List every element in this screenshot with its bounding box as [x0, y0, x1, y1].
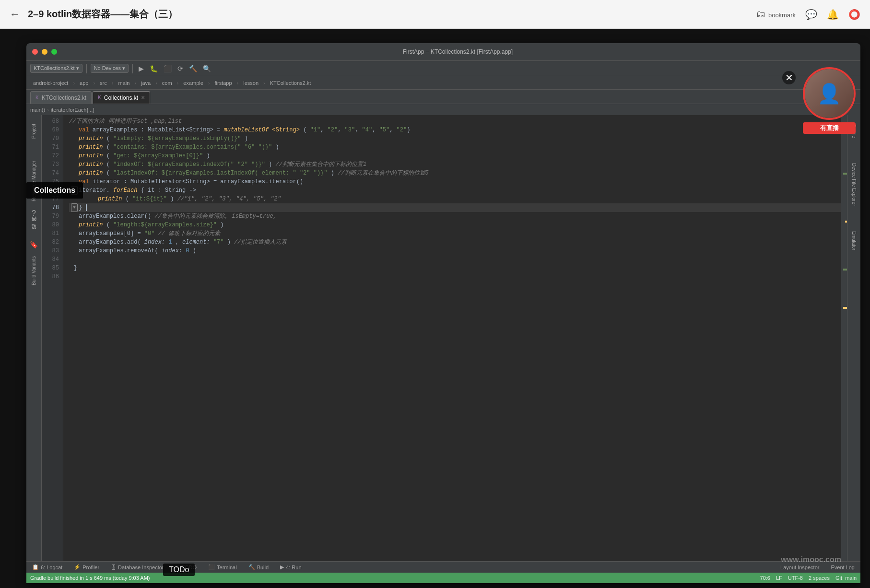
traffic-light-green[interactable] — [51, 49, 57, 55]
traffic-light-red[interactable] — [32, 49, 38, 55]
profiler-icon: ⚡ — [74, 564, 81, 570]
code-line-75: val iterator : MutableIterator<String> =… — [69, 177, 841, 186]
terminal-icon: ⬛ — [208, 564, 215, 570]
question-icon[interactable]: ? — [32, 209, 36, 218]
ide-window: FirstApp – KTCollections2.kt [FirstApp.a… — [26, 43, 860, 583]
line-num-82: 82 — [42, 238, 59, 247]
logcat-tab[interactable]: 📋 6: Logcat — [30, 563, 64, 571]
emulator-label[interactable]: Emulator — [851, 231, 857, 250]
nav-example[interactable]: example — [180, 79, 206, 87]
presenter-avatar: 👤 — [803, 67, 856, 120]
scroll-marker-4 — [843, 269, 847, 270]
ide-title: FirstApp – KTCollections2.kt [FirstApp.a… — [61, 48, 855, 55]
avatar-image: 👤 — [805, 69, 854, 118]
status-right: 70:6 LF UTF-8 2 spaces Git: main — [760, 575, 857, 581]
code-line-81: arrayExamples[0] = "0" // 修改下标对应的元素 — [69, 229, 841, 238]
run-icon2: ▶ — [280, 564, 284, 570]
nav-com[interactable]: com — [159, 79, 175, 87]
build-variants-label[interactable]: Build Variants — [31, 256, 36, 285]
code-line-72: println ( "get: ${arrayExamples[0]}" ) — [69, 152, 841, 160]
scroll-marker-2 — [843, 173, 847, 175]
wechat-icon[interactable]: 💬 — [805, 9, 817, 20]
breadcrumb-foreach[interactable]: iterator.forEach{...} — [51, 107, 94, 113]
line-num-72: 72 — [42, 152, 59, 160]
device-file-label[interactable]: Device File Explorer — [851, 163, 857, 206]
watermark: www.imooc.com — [781, 555, 841, 564]
nav-java[interactable]: java — [138, 79, 153, 87]
close-button[interactable]: ✕ — [782, 71, 796, 84]
line-num-73: 73 — [42, 160, 59, 169]
code-line-73: println ( "indexOf: ${arrayExamples.inde… — [69, 160, 841, 169]
terminal-tab[interactable]: ⬛ Terminal — [206, 563, 239, 571]
code-line-71: println ( "contains: ${arrayExamples.con… — [69, 143, 841, 152]
ide-bottom-tabs: 📋 6: Logcat ⚡ Profiler 🗄 Database Inspec… — [26, 561, 860, 573]
toolbar-separator-2 — [132, 64, 133, 73]
nav-lesson[interactable]: lesson — [240, 79, 261, 87]
nav-src[interactable]: src — [97, 79, 110, 87]
bookmark2-icon[interactable]: 🔖 — [30, 241, 38, 248]
right-gutter[interactable] — [841, 115, 847, 561]
file-tab-kt[interactable]: K KTCollections2.kt — [30, 91, 92, 104]
event-log-label: Event Log — [831, 564, 855, 570]
nav-app[interactable]: app — [77, 79, 91, 87]
line-num-71: 71 — [42, 143, 59, 152]
code-line-82: arrayExamples.add( index: 1 , element: "… — [69, 238, 841, 247]
build-icon[interactable]: 🔨 — [187, 64, 199, 73]
database-label: Database Inspector — [118, 564, 164, 570]
code-line-77: println ( "it:${it}" ) //"1", "2", "3", … — [69, 195, 841, 203]
code-line-68: //下面的方法 同样适用于set ,map,list — [69, 117, 841, 126]
run-label: 4: Run — [286, 564, 301, 570]
ide-toolbar: KTCollections2.kt ▾ No Devices ▾ ▶ 🐛 ⬛ ⟳… — [26, 60, 860, 76]
stop-icon[interactable]: ⬛ — [162, 64, 174, 73]
code-line-74: println ( "lastIndexOf: ${arrayExamples.… — [69, 169, 841, 177]
build-tab[interactable]: 🔨 Build — [247, 563, 270, 571]
device-dropdown[interactable]: No Devices ▾ — [91, 64, 129, 73]
run-icon[interactable]: ▶ — [137, 64, 146, 73]
line-num-86: 86 — [42, 272, 59, 281]
logcat-icon: 📋 — [32, 564, 39, 570]
terminal-label: Terminal — [217, 564, 237, 570]
run-tab[interactable]: ▶ 4: Run — [278, 563, 303, 571]
back-button[interactable]: ← — [10, 8, 20, 21]
code-line-85: } — [69, 264, 841, 272]
layout-inspector-tab[interactable]: Layout Inspector — [778, 564, 821, 571]
code-line-70: println ( "isEmpty: ${arrayExamples.isEm… — [69, 134, 841, 143]
debug-icon[interactable]: 🐛 — [148, 64, 160, 73]
file-tab-collections[interactable]: K Collections.kt ✕ — [93, 91, 150, 104]
line-num-69: 69 — [42, 126, 59, 134]
toolbar-separator — [86, 64, 87, 73]
breadcrumb-bar: main() › iterator.forEach{...} — [26, 104, 860, 115]
scroll-marker-3 — [845, 221, 847, 223]
right-panel: Gradle Device File Explorer Emulator — [847, 115, 860, 561]
page-title: 2–9 kotlin数据容器——集合（三） — [28, 8, 756, 21]
bell-icon[interactable]: 🔔 — [827, 9, 839, 20]
nav-firstapp[interactable]: firstapp — [212, 79, 235, 87]
code-content[interactable]: //下面的方法 同样适用于set ,map,list val arrayExam… — [63, 115, 841, 561]
ide-titlebar: FirstApp – KTCollections2.kt [FirstApp.a… — [26, 43, 860, 60]
search-icon[interactable]: 🔍 — [201, 64, 213, 73]
nav-android-project[interactable]: android-project — [30, 79, 71, 87]
scroll-marker-5 — [843, 307, 847, 309]
breadcrumb-main[interactable]: main() — [30, 107, 45, 113]
event-log-tab[interactable]: Event Log — [829, 564, 857, 571]
code-line-84 — [69, 255, 841, 264]
code-area: 68 69 70 71 72 73 74 75 76 77 78 79 80 8… — [42, 115, 847, 561]
sync-icon[interactable]: ⟳ — [176, 64, 185, 73]
traffic-light-yellow[interactable] — [42, 49, 47, 55]
bookmark-icon[interactable]: 🗂 bookmark — [756, 9, 796, 20]
file-tab-close-icon[interactable]: ✕ — [141, 95, 145, 100]
weibo-icon[interactable]: ⭕ — [848, 9, 860, 20]
code-line-78: ▼ } — [69, 203, 841, 212]
file-tab-kt-name: KTCollections2.kt — [42, 94, 86, 101]
nav-file[interactable]: KTCollections2.kt — [267, 79, 314, 87]
line-num-70: 70 — [42, 134, 59, 143]
live-badge[interactable]: 有直播 — [803, 122, 856, 134]
line-num-84: 84 — [42, 255, 59, 264]
project-panel-label[interactable]: Project — [31, 124, 36, 139]
build-icon2: 🔨 — [248, 564, 255, 570]
profiler-tab[interactable]: ⚡ Profiler — [72, 563, 101, 571]
nav-main[interactable]: main — [115, 79, 132, 87]
project-dropdown[interactable]: KTCollections2.kt ▾ — [30, 64, 82, 73]
database-tab[interactable]: 🗄 Database Inspector — [109, 564, 165, 571]
ide-nav: android-project › app › src › main › jav… — [26, 76, 860, 89]
